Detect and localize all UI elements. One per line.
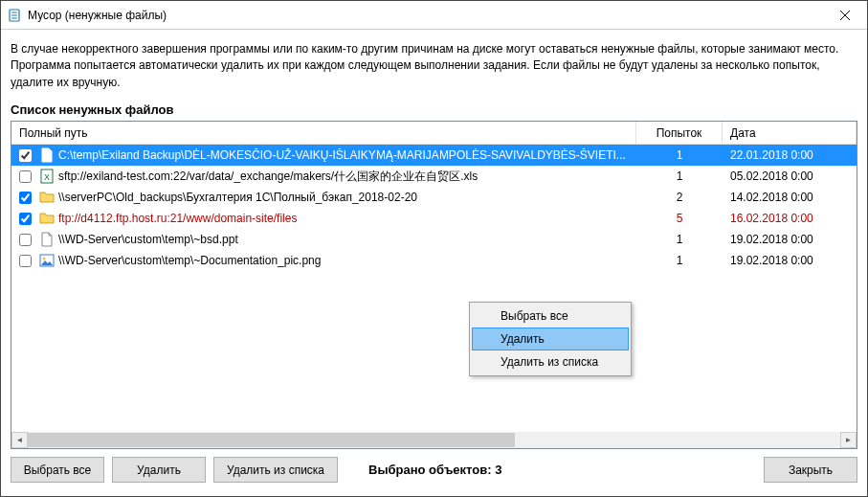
ctx-delete[interactable]: Удалить: [472, 328, 629, 350]
table-row[interactable]: ftp://d4112.ftp.host.ru:21/www/domain-si…: [11, 208, 857, 229]
path-text: \\WD-Server\custom\temp\~Documentation_p…: [58, 254, 629, 267]
row-checkbox[interactable]: [19, 149, 32, 162]
file-icon: [39, 232, 55, 247]
table-row[interactable]: Xsftp://exiland-test.com:22/var/data/_ex…: [11, 166, 857, 187]
cell-path: \\WD-Server\custom\temp\~bsd.ppt: [11, 232, 636, 247]
selected-count-label: Выбрано объектов: 3: [368, 463, 501, 477]
path-text: sftp://exiland-test.com:22/var/data/_exc…: [58, 169, 629, 185]
scroll-right-icon[interactable]: ►: [840, 432, 857, 448]
scroll-left-icon[interactable]: ◄: [11, 432, 28, 448]
row-checkbox[interactable]: [19, 192, 32, 204]
cell-date: 19.02.2018 0:00: [723, 254, 857, 267]
ctx-select-all[interactable]: Выбрать все: [472, 305, 629, 328]
cell-path: C:\temp\Exiland Backup\DĖL-MOKESČIO-UŽ-V…: [11, 147, 636, 163]
cell-date: 22.01.2018 0:00: [723, 148, 857, 162]
table-row[interactable]: \\WD-Server\custom\temp\~bsd.ppt119.02.2…: [11, 229, 857, 250]
cell-date: 14.02.2018 0:00: [723, 191, 857, 204]
cell-path: ftp://d4112.ftp.host.ru:21/www/domain-si…: [11, 211, 636, 226]
info-text: В случае некорректного завершения програ…: [11, 41, 857, 91]
folder-icon: [39, 190, 55, 205]
file-list: Полный путь Попыток Дата C:\temp\Exiland…: [11, 121, 857, 449]
cell-attempts: 5: [636, 212, 723, 225]
horizontal-scrollbar[interactable]: ◄ ►: [11, 432, 857, 448]
cell-date: 19.02.2018 0:00: [723, 233, 857, 246]
scroll-thumb[interactable]: [28, 433, 515, 447]
excel-icon: X: [39, 169, 55, 184]
svg-point-9: [43, 258, 46, 260]
row-checkbox[interactable]: [19, 234, 32, 246]
cell-attempts: 2: [636, 191, 723, 204]
image-icon: [39, 253, 55, 268]
close-button[interactable]: Закрыть: [764, 457, 857, 483]
path-text: C:\temp\Exiland Backup\DĖL-MOKESČIO-UŽ-V…: [58, 148, 629, 162]
path-text: ftp://d4112.ftp.host.ru:21/www/domain-si…: [58, 212, 629, 225]
file-icon: [39, 147, 55, 163]
cell-date: 16.02.2018 0:00: [723, 212, 857, 225]
footer: Выбрать все Удалить Удалить из списка Вы…: [11, 449, 857, 490]
table-row[interactable]: \\serverPC\Old_backups\Бухгалтерия 1С\По…: [11, 187, 857, 208]
cell-path: \\WD-Server\custom\temp\~Documentation_p…: [11, 253, 636, 268]
column-header-path[interactable]: Полный путь: [11, 122, 636, 144]
context-menu: Выбрать все Удалить Удалить из списка: [469, 302, 632, 376]
column-header-attempts[interactable]: Попыток: [636, 122, 723, 144]
folder-icon: [39, 211, 55, 226]
dialog-window: Мусор (ненужные файлы) В случае некоррек…: [0, 0, 868, 497]
list-label: Список ненужных файлов: [11, 102, 857, 117]
table-row[interactable]: \\WD-Server\custom\temp\~Documentation_p…: [11, 250, 857, 271]
app-icon: [7, 8, 22, 23]
cell-attempts: 1: [636, 148, 723, 162]
dialog-content: В случае некорректного завершения програ…: [1, 30, 867, 496]
select-all-button[interactable]: Выбрать все: [11, 457, 104, 483]
row-checkbox[interactable]: [19, 255, 32, 267]
table-row[interactable]: C:\temp\Exiland Backup\DĖL-MOKESČIO-UŽ-V…: [11, 145, 857, 166]
ctx-remove-from-list[interactable]: Удалить из списка: [472, 350, 629, 373]
cell-attempts: 1: [636, 169, 723, 183]
cell-path: \\serverPC\Old_backups\Бухгалтерия 1С\По…: [11, 190, 636, 205]
cell-attempts: 1: [636, 233, 723, 246]
column-header-date[interactable]: Дата: [723, 122, 857, 144]
delete-button[interactable]: Удалить: [112, 457, 206, 483]
remove-from-list-button[interactable]: Удалить из списка: [213, 457, 338, 483]
svg-text:X: X: [44, 172, 50, 182]
row-checkbox[interactable]: [19, 213, 32, 225]
cell-path: Xsftp://exiland-test.com:22/var/data/_ex…: [11, 169, 636, 185]
row-checkbox[interactable]: [19, 170, 32, 183]
close-icon[interactable]: [823, 1, 867, 30]
cell-date: 05.02.2018 0:00: [723, 169, 857, 183]
cell-attempts: 1: [636, 254, 723, 267]
titlebar: Мусор (ненужные файлы): [1, 1, 867, 30]
path-text: \\WD-Server\custom\temp\~bsd.ppt: [58, 233, 629, 246]
list-body: C:\temp\Exiland Backup\DĖL-MOKESČIO-UŽ-V…: [11, 145, 857, 432]
scroll-track[interactable]: [28, 432, 840, 448]
list-header: Полный путь Попыток Дата: [11, 122, 857, 145]
window-title: Мусор (ненужные файлы): [28, 9, 823, 22]
path-text: \\serverPC\Old_backups\Бухгалтерия 1С\По…: [58, 191, 629, 204]
